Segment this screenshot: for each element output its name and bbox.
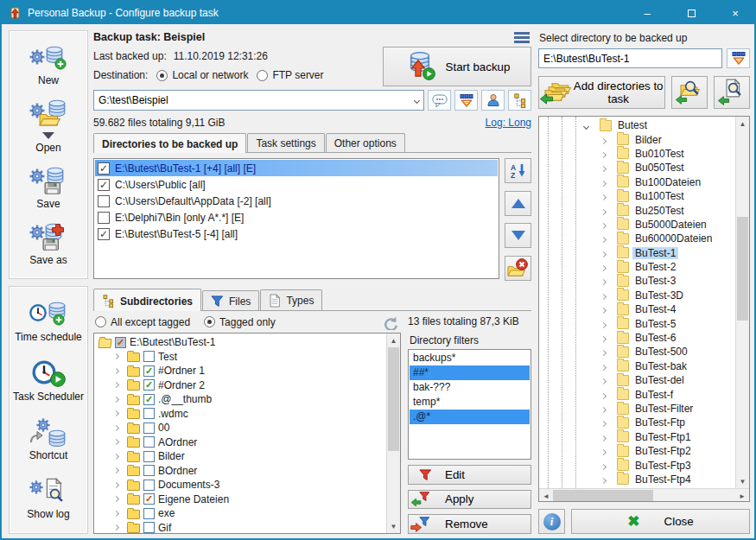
expand-chevron-icon[interactable]: [601, 318, 613, 330]
subdir-tree-row[interactable]: ✓Eigene Dateien: [96, 492, 386, 507]
destination-ftp-radio[interactable]: FTP server: [257, 69, 323, 81]
expand-chevron-icon[interactable]: [108, 454, 124, 459]
browser-tree-row[interactable]: BuTest-Filter: [539, 402, 735, 416]
sidebar-item-open[interactable]: Open: [29, 98, 68, 154]
expand-chevron-icon[interactable]: [108, 440, 124, 444]
tagged-checkbox[interactable]: [143, 422, 155, 434]
browser-tree-row[interactable]: BuTest-1: [539, 246, 735, 260]
scroll-thumb[interactable]: [737, 217, 748, 321]
maximize-button[interactable]: [672, 2, 710, 24]
directory-checkbox[interactable]: ✓: [98, 228, 110, 240]
scroll-down-icon[interactable]: ▼: [736, 474, 749, 488]
expand-chevron-icon[interactable]: [601, 261, 613, 273]
browser-tree-row[interactable]: Bu050Test: [539, 161, 735, 175]
browser-tree-row[interactable]: Bu250Test: [539, 203, 735, 217]
expand-chevron-icon[interactable]: [601, 134, 613, 146]
scroll-up-icon[interactable]: ▲: [736, 117, 749, 130]
tagged-checkbox[interactable]: ✓: [143, 493, 155, 505]
browser-tree-row[interactable]: BuTest-6: [539, 331, 735, 345]
directory-structure-button[interactable]: [508, 90, 531, 111]
expand-chevron-icon[interactable]: [601, 190, 613, 202]
browser-tree-row[interactable]: BuTest-5: [539, 316, 735, 330]
expand-chevron-icon[interactable]: [108, 497, 124, 501]
directory-row[interactable]: ✓E:\Butest\BuTest-5 [-4] [all]: [95, 226, 498, 242]
expand-chevron-icon[interactable]: [601, 232, 613, 245]
move-down-button[interactable]: [505, 223, 531, 248]
browser-tree-hscrollbar[interactable]: ◄ ►: [539, 488, 749, 501]
expand-chevron-icon[interactable]: [601, 303, 613, 315]
browser-tree-row[interactable]: Bu60000Dateien: [539, 232, 735, 245]
expand-chevron-icon[interactable]: [108, 411, 124, 416]
expand-chevron-icon[interactable]: [601, 148, 613, 160]
browser-tree-row[interactable]: BuTest-4: [539, 302, 735, 316]
browser-tree-row[interactable]: Bu5000Dateien: [539, 218, 735, 232]
scroll-right-icon[interactable]: ►: [735, 489, 749, 502]
tab-other-options[interactable]: Other options: [326, 133, 405, 152]
destination-path-combobox[interactable]: [93, 90, 424, 111]
task-menu-icon[interactable]: [514, 32, 530, 43]
add-directories-button[interactable]: Add directories to task: [538, 76, 665, 109]
apply-filter-button[interactable]: Apply: [408, 490, 531, 510]
sidebar-item-shortcut[interactable]: Shortcut: [29, 417, 68, 461]
select-drive-button[interactable]: [454, 90, 478, 111]
sidebar-item-time-schedule[interactable]: Time schedule: [15, 299, 82, 343]
expand-chevron-icon[interactable]: [601, 289, 613, 302]
expand-chevron-icon[interactable]: [601, 473, 613, 486]
expand-chevron-icon[interactable]: [108, 511, 124, 516]
tagged-checkbox[interactable]: [143, 508, 155, 519]
directory-checkbox[interactable]: [98, 212, 110, 224]
expand-chevron-icon[interactable]: [601, 176, 613, 188]
scroll-thumb[interactable]: [388, 347, 399, 451]
subdir-tree-scrollbar[interactable]: ▲ ▼: [386, 334, 400, 533]
selected-directory-input[interactable]: [538, 48, 722, 68]
scroll-down-icon[interactable]: ▼: [387, 519, 400, 533]
expand-chevron-icon[interactable]: [601, 275, 613, 287]
destination-path-input[interactable]: [98, 94, 411, 106]
browser-tree-row[interactable]: Bu100Test: [539, 189, 735, 203]
browser-tree-row[interactable]: Bu010Test: [539, 147, 735, 161]
subdir-tree-row[interactable]: 00: [96, 421, 386, 435]
all-except-tagged-radio[interactable]: All except tagged: [95, 316, 190, 328]
sidebar-item-save-as[interactable]: Save as: [29, 222, 68, 266]
tagged-checkbox[interactable]: [143, 451, 155, 462]
directory-row[interactable]: ✓C:\Users\Public [all]: [95, 176, 498, 193]
select-drive-button-right[interactable]: [727, 48, 750, 68]
expand-chevron-icon[interactable]: [601, 162, 613, 174]
log-link[interactable]: Log: Long: [486, 117, 531, 129]
expand-chevron-icon[interactable]: [108, 483, 124, 487]
tagged-checkbox[interactable]: [143, 351, 155, 362]
expand-chevron-icon[interactable]: [108, 525, 124, 530]
subdir-tree-row[interactable]: AOrdner: [96, 435, 386, 450]
tagged-checkbox[interactable]: [143, 465, 155, 476]
comment-button[interactable]: [428, 90, 451, 111]
directory-checkbox[interactable]: [98, 195, 110, 207]
filter-row[interactable]: .@*: [410, 410, 530, 424]
refresh-icon[interactable]: [382, 314, 399, 330]
expand-chevron-icon[interactable]: [601, 247, 613, 259]
browser-tree-row[interactable]: Bilder: [539, 132, 735, 146]
filter-row[interactable]: backups*: [410, 351, 530, 365]
tagged-checkbox[interactable]: ✓: [143, 394, 155, 405]
sort-directories-button[interactable]: [505, 158, 531, 183]
scroll-left-icon[interactable]: ◄: [539, 489, 553, 502]
subdir-tree-row[interactable]: ✓#Ordner 1: [96, 364, 386, 378]
expand-chevron-icon[interactable]: [601, 403, 613, 415]
filter-row[interactable]: temp*: [410, 395, 530, 410]
expand-chevron-icon[interactable]: [108, 369, 124, 373]
expand-chevron-icon[interactable]: [601, 389, 613, 401]
minimize-button[interactable]: –: [628, 2, 666, 24]
sidebar-item-save[interactable]: Save: [29, 166, 68, 210]
tab-types[interactable]: Types: [260, 289, 322, 310]
start-backup-button[interactable]: Start backup: [383, 47, 531, 86]
filter-row[interactable]: ##*: [410, 365, 530, 380]
browser-tree-row[interactable]: BuTest-3D: [539, 289, 735, 302]
close-window-button[interactable]: ×: [716, 2, 754, 24]
browser-tree-scrollbar[interactable]: ▲ ▼: [735, 117, 749, 488]
browser-tree-row[interactable]: BuTest-Ftp2: [539, 444, 735, 458]
tab-directories[interactable]: Directories to be backed up: [93, 133, 246, 153]
browser-tree-row[interactable]: BuTest-500: [539, 345, 735, 359]
move-up-button[interactable]: [505, 191, 531, 216]
close-button[interactable]: ✖ Close: [571, 509, 750, 534]
expand-chevron-icon[interactable]: [601, 445, 613, 457]
expand-chevron-icon[interactable]: [601, 416, 613, 429]
